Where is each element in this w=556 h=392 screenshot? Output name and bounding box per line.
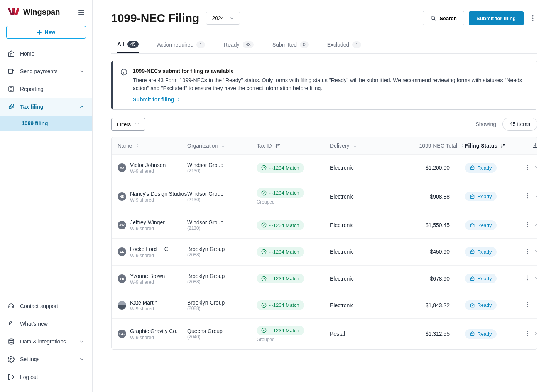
table-row[interactable]: ND Nancy's Design Studios W-9 shared Win… [112, 181, 537, 212]
sort-icon[interactable] [460, 143, 465, 148]
banner-submit-link[interactable]: Submit for filing [133, 96, 181, 103]
table-row[interactable]: GG Graphic Gravity Co. W-9 shared Queens… [112, 318, 537, 349]
column-header-export[interactable] [515, 143, 537, 149]
sort-desc-icon[interactable] [500, 143, 506, 148]
tab-submitted[interactable]: Submitted 0 [272, 36, 309, 53]
sidebar-item-tax-filing[interactable]: Tax filing [0, 98, 92, 116]
rocket-icon [8, 320, 15, 327]
banner-link-label: Submit for filing [133, 96, 174, 103]
banner-body: There are 43 Form 1099-NECs in the "Read… [133, 76, 529, 93]
table-row[interactable]: LL Locke Lord LLC W-9 shared Brooklyn Gr… [112, 238, 537, 265]
row-more-button[interactable] [527, 275, 528, 282]
check-circle-icon [261, 222, 267, 228]
sidebar-item-send-payments[interactable]: Send payments [0, 62, 92, 80]
organization-cell: Windsor Group (2130) [187, 191, 257, 202]
svg-point-21 [262, 250, 266, 254]
row-expand-button[interactable] [534, 302, 537, 308]
sidebar-item-data-integrations[interactable]: Data & integrations [0, 333, 92, 350]
row-more-button[interactable] [527, 302, 528, 308]
row-more-button[interactable] [527, 249, 528, 255]
taxid-cell: ···1234 Match Grouped [257, 188, 330, 205]
taxid-text: ···1234 Match [269, 222, 299, 228]
svg-point-3 [10, 358, 12, 360]
menu-toggle-icon[interactable] [78, 10, 84, 15]
row-expand-button[interactable] [534, 193, 537, 200]
new-button[interactable]: New [6, 26, 86, 39]
sidebar-item-settings[interactable]: Settings [0, 350, 92, 368]
svg-point-26 [527, 276, 528, 277]
sort-icon[interactable] [221, 143, 225, 148]
row-more-button[interactable] [527, 165, 528, 171]
sort-icon[interactable] [353, 143, 357, 148]
row-expand-button[interactable] [534, 165, 537, 171]
row-more-button[interactable] [527, 193, 528, 200]
home-icon [8, 50, 15, 57]
column-header-organization[interactable]: Organization [187, 143, 257, 149]
chevron-right-icon [534, 222, 537, 227]
column-header-status[interactable]: Filing Status [465, 143, 515, 149]
delivery-cell: Postal [330, 331, 395, 337]
mail-open-icon [470, 303, 475, 308]
svg-point-10 [527, 165, 528, 166]
organization-cell: Windsor Group (2130) [187, 162, 257, 173]
status-text: Ready [477, 222, 492, 228]
sidebar-item-logout[interactable]: Log out [0, 368, 92, 386]
row-expand-button[interactable] [534, 331, 537, 337]
row-expand-button[interactable] [534, 276, 537, 282]
row-more-button[interactable] [527, 331, 528, 337]
org-name: Brooklyn Group [187, 299, 257, 306]
showing-count-pill[interactable]: 45 items [502, 118, 537, 131]
row-expand-button[interactable] [534, 249, 537, 255]
sidebar-item-contact-support[interactable]: Contact support [0, 297, 92, 315]
row-expand-button[interactable] [534, 222, 537, 228]
row-actions [515, 275, 537, 282]
name-cell: Kate Martin W-9 shared [118, 299, 187, 311]
table-row[interactable]: Kate Martin W-9 shared Brooklyn Group (2… [112, 292, 537, 318]
sidebar-item-whats-new[interactable]: What's new [0, 315, 92, 333]
column-header-delivery[interactable]: Delivery [330, 143, 395, 149]
kebab-icon [527, 193, 528, 199]
sidebar-item-home[interactable]: Home [0, 45, 92, 62]
table-row[interactable]: JW Jeffrey Winger W-9 shared Windsor Gro… [112, 212, 537, 238]
filters-button[interactable]: Filters [111, 118, 145, 131]
mail-open-icon [470, 331, 475, 336]
table-row[interactable]: YB Yvonne Brown W-9 shared Brooklyn Grou… [112, 265, 537, 292]
organization-cell: Brooklyn Group (2088) [187, 246, 257, 257]
tab-excluded[interactable]: Excluded 1 [327, 36, 361, 53]
column-header-total[interactable]: 1099-NEC Total [395, 143, 465, 149]
sort-desc-icon[interactable] [275, 143, 281, 148]
row-more-button[interactable] [527, 222, 528, 229]
recipient-subtext: W-9 shared [130, 279, 165, 285]
column-header-name[interactable]: Name [118, 143, 187, 149]
search-button[interactable]: Search [423, 11, 464, 25]
nav-label: Contact support [20, 303, 84, 309]
year-selector[interactable]: 2024 [206, 12, 240, 25]
table-row[interactable]: VJ Victor Johnson W-9 shared Windsor Gro… [112, 154, 537, 181]
taxid-cell: ···1234 Match [257, 247, 330, 257]
mail-open-icon [470, 222, 475, 228]
delivery-cell: Electronic [330, 249, 395, 255]
svg-point-5 [532, 15, 534, 17]
status-ready-badge: Ready [465, 300, 497, 310]
download-icon[interactable] [532, 143, 537, 149]
sort-icon[interactable] [135, 143, 140, 148]
tab-ready[interactable]: Ready 43 [224, 36, 254, 53]
more-actions-button[interactable] [528, 15, 537, 21]
sidebar-item-reporting[interactable]: Reporting [0, 80, 92, 98]
chevron-down-icon [79, 339, 84, 344]
total-cell: $1,200.00 [395, 165, 465, 171]
tab-label: Excluded [327, 42, 350, 48]
column-header-taxid[interactable]: Tax ID [257, 143, 330, 149]
name-cell: LL Locke Lord LLC W-9 shared [118, 246, 187, 258]
submit-for-filing-button[interactable]: Submit for filing [469, 11, 524, 25]
org-name: Queens Group [187, 328, 257, 334]
tab-action-required[interactable]: Action required 1 [157, 36, 205, 53]
svg-point-7 [532, 20, 534, 21]
total-cell: $678.90 [395, 276, 465, 282]
sidebar-item-1099-filing[interactable]: 1099 filing [0, 116, 92, 131]
recipient-subtext: W-9 shared [130, 306, 158, 311]
delivery-cell: Electronic [330, 165, 395, 171]
kebab-icon [532, 15, 534, 21]
svg-point-12 [527, 168, 528, 170]
tab-all[interactable]: All 45 [117, 36, 139, 53]
